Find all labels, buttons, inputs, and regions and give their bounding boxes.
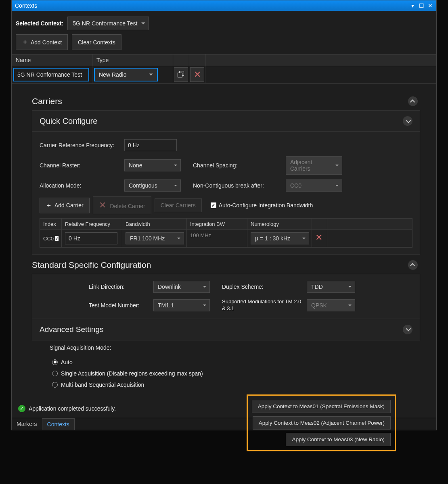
contexts-window: Contexts ▾ ☐ ✕ Selected Context: 5G NR C… <box>11 0 437 430</box>
col-name: Name <box>12 54 92 66</box>
col-int-bw: Integration BW <box>187 219 247 229</box>
chevron-down-icon <box>406 119 410 123</box>
carriers-table: Index Relative Frequency Bandwidth Integ… <box>40 218 412 248</box>
carrier-index: CC0 <box>43 236 54 242</box>
contexts-table-header: Name Type <box>12 54 436 66</box>
mod-select[interactable]: QPSK <box>307 299 355 311</box>
duplex-label: Duplex Scheme: <box>222 284 303 290</box>
carrier-ref-freq-label: Carrier Reference Frequency: <box>40 142 120 148</box>
quick-configure-panel: Quick Configure Carrier Reference Freque… <box>32 110 420 255</box>
allocation-mode-label: Allocation Mode: <box>40 182 120 189</box>
delete-carrier-button[interactable]: ✕ Delete Carrier <box>93 196 151 214</box>
clear-contexts-button[interactable]: Clear Contexts <box>72 34 121 50</box>
quick-configure-title: Quick Configure <box>40 117 97 126</box>
col-type: Type <box>92 54 173 66</box>
channel-raster-select[interactable]: None <box>124 159 181 171</box>
clear-carriers-button[interactable]: Clear Carriers <box>155 198 202 212</box>
advanced-title: Advanced Settings <box>40 325 103 334</box>
col-bandwidth: Bandwidth <box>122 219 187 229</box>
radio-single-label: Single Acquisition (Disable regions exce… <box>61 370 203 377</box>
radio-single[interactable] <box>52 371 58 376</box>
noncontig-label: Non-Contiguous break after: <box>193 182 282 189</box>
carrier-int-bw: 100 MHz <box>187 230 247 247</box>
apply-meas03-button[interactable]: Apply Context to Meas03 (New Radio) <box>286 433 391 446</box>
carrier-numerology-select[interactable]: μ = 1 : 30 kHz <box>251 232 309 244</box>
chevron-down-icon <box>406 328 410 331</box>
carrier-rel-freq-input[interactable] <box>65 232 117 244</box>
carriers-title: Carriers <box>32 96 62 106</box>
carrier-row: CC0 ✓ FR1 100 MHz 100 MHz μ = 1 : 30 kHz <box>40 230 412 247</box>
duplex-select[interactable]: TDD <box>307 281 355 293</box>
tab-markers[interactable]: Markers <box>12 418 42 430</box>
tm-label: Test Model Number: <box>89 302 149 309</box>
carrier-ref-freq-input[interactable] <box>124 139 177 151</box>
channel-spacing-label: Channel Spacing: <box>193 162 282 169</box>
auto-config-checkbox[interactable]: ✓ <box>211 202 216 208</box>
chevron-up-icon <box>411 100 415 103</box>
apply-context-highlight-box: Apply Context to Meas01 (Spectral Emissi… <box>247 394 396 451</box>
carriers-collapse-button[interactable] <box>408 96 418 106</box>
ssc-panel: Link Direction: Downlink Duplex Scheme: … <box>32 274 420 340</box>
plus-icon: ＋ <box>22 38 28 46</box>
col-rel-freq: Relative Frequency <box>62 219 122 229</box>
delete-context-button[interactable]: ✕ <box>190 67 204 82</box>
radio-auto-label: Auto <box>61 359 73 365</box>
dropdown-icon[interactable]: ▾ <box>410 2 415 9</box>
link-dir-label: Link Direction: <box>89 284 149 290</box>
radio-multi-label: Multi-band Sequential Acquisition <box>61 382 144 388</box>
success-icon: ✓ <box>18 405 25 412</box>
radio-multi[interactable] <box>52 382 58 388</box>
col-numerology: Numerology <box>247 219 312 229</box>
channel-spacing-select[interactable]: Adjacent Carriers <box>286 156 342 175</box>
add-carrier-button[interactable]: ＋ Add Carrier <box>40 198 90 213</box>
ssc-collapse-button[interactable] <box>408 260 418 270</box>
radio-auto[interactable] <box>52 359 58 365</box>
titlebar: Contexts ▾ ☐ ✕ <box>12 0 436 11</box>
window-title: Contexts <box>15 2 37 9</box>
context-name-input[interactable] <box>13 68 89 81</box>
selected-context-label: Selected Context: <box>16 20 63 27</box>
close-icon[interactable]: ✕ <box>427 2 433 9</box>
mod-label: Supported Modulations for TM 2.0 & 3.1 <box>222 298 303 312</box>
plus-icon: ＋ <box>46 201 52 210</box>
x-icon: ✕ <box>194 69 201 80</box>
apply-meas01-button[interactable]: Apply Context to Meas01 (Spectral Emissi… <box>252 400 391 413</box>
maximize-icon[interactable]: ☐ <box>419 2 424 9</box>
selected-context-dropdown[interactable]: 5G NR Conformance Test <box>67 17 149 30</box>
status-text: Application completed successfuly. <box>29 405 116 412</box>
signal-acq-label: Signal Acquisition Mode: <box>50 344 408 351</box>
tab-contexts[interactable]: Contexts <box>42 418 75 430</box>
context-type-select[interactable]: New Radio <box>94 68 158 81</box>
delete-carrier-row-button[interactable]: ✕ <box>315 232 322 242</box>
copy-context-button[interactable] <box>174 67 188 82</box>
link-dir-select[interactable]: Downlink <box>153 281 210 293</box>
x-icon: ✕ <box>99 200 106 210</box>
ssc-title: Standard Specific Configuration <box>32 260 151 270</box>
apply-meas02-button[interactable]: Apply Context to Meas02 (Adjacent Channe… <box>253 416 391 430</box>
copy-icon <box>178 71 185 78</box>
tm-select[interactable]: TM1.1 <box>153 299 210 311</box>
add-context-button[interactable]: ＋ Add Context <box>16 34 68 50</box>
context-row: New Radio ✕ <box>12 66 436 83</box>
channel-raster-label: Channel Raster: <box>40 162 120 169</box>
noncontig-select[interactable]: CC0 <box>286 179 342 192</box>
allocation-mode-select[interactable]: Contiguous <box>124 179 181 192</box>
col-index: Index <box>40 219 62 229</box>
carrier-enabled-checkbox[interactable]: ✓ <box>55 236 59 241</box>
auto-config-label: Auto-Configure Integration Bandwidth <box>219 202 313 209</box>
advanced-collapse-button[interactable] <box>403 325 412 334</box>
chevron-up-icon <box>411 263 415 267</box>
carrier-bandwidth-select[interactable]: FR1 100 MHz <box>126 232 184 244</box>
quick-configure-collapse-button[interactable] <box>403 116 412 126</box>
